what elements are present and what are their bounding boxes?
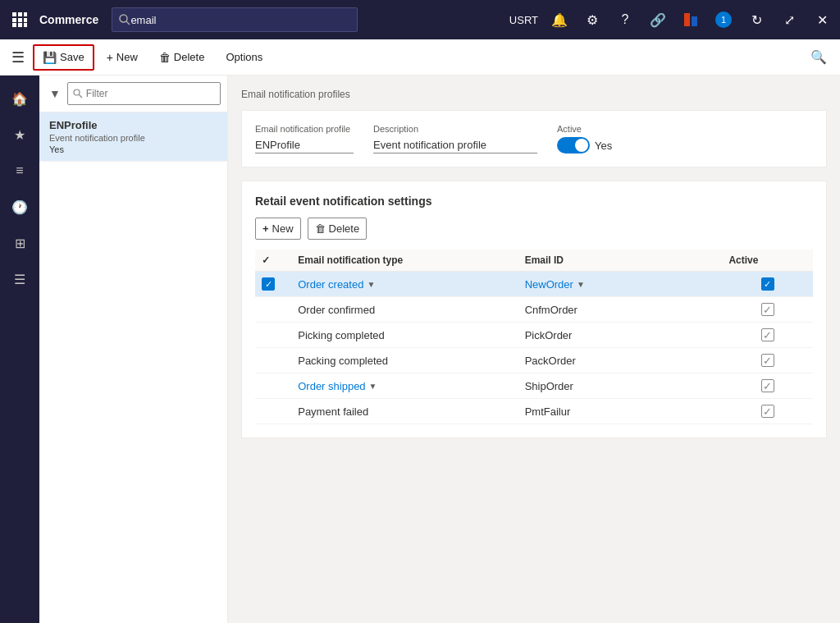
save-button[interactable]: 💾 Save — [33, 44, 94, 71]
apps-badge-icon[interactable]: 1 — [712, 8, 735, 31]
top-navigation: Commerce USRT 🔔 ⚙ ? 🔗 1 ↻ ⤢ ✕ — [0, 0, 840, 39]
settings-new-plus-icon: + — [262, 222, 269, 235]
svg-line-10 — [126, 21, 130, 25]
row-type-cell[interactable]: Order created ▼ — [291, 272, 518, 297]
active-label: Active — [557, 124, 612, 134]
description-field: Description Event notification profile — [373, 124, 537, 153]
row-check-cell[interactable] — [255, 373, 291, 399]
checkbox-checked: ✓ — [262, 277, 275, 291]
options-button[interactable]: Options — [217, 45, 272, 69]
svg-rect-2 — [24, 12, 27, 16]
type-text: Order shipped — [298, 380, 365, 392]
app-name: Commerce — [39, 13, 98, 26]
row-active-cell[interactable]: ✓ — [722, 297, 813, 323]
active-checkbox-unchecked: ✓ — [761, 354, 774, 367]
command-search-icon[interactable]: 🔍 — [804, 46, 833, 68]
sidebar-clock-icon[interactable]: 🕐 — [3, 190, 36, 223]
sidebar-star-icon[interactable]: ★ — [3, 118, 36, 151]
office-icon[interactable] — [679, 8, 702, 31]
hamburger-menu-icon[interactable]: ☰ — [7, 46, 30, 69]
row-email-cell: PackOrder — [518, 348, 723, 373]
grid-menu-icon[interactable] — [7, 7, 33, 33]
filter-icon[interactable]: ▼ — [46, 84, 64, 103]
row-email-cell: CnfmOrder — [518, 297, 723, 323]
sidebar-grid-icon[interactable]: ⊞ — [3, 227, 36, 259]
row-active-cell[interactable]: ✓ — [722, 272, 813, 297]
settings-section: Retail event notification settings + New… — [241, 181, 827, 438]
settings-new-button[interactable]: + New — [255, 218, 301, 240]
user-label: USRT — [509, 14, 538, 26]
list-item[interactable]: ENProfile Event notification profile Yes — [39, 112, 227, 162]
settings-delete-icon: 🗑 — [315, 222, 326, 235]
row-active-cell[interactable]: ✓ — [722, 323, 813, 348]
active-field: Active Yes — [557, 124, 612, 153]
type-link[interactable]: Order created ▼ — [298, 278, 511, 291]
row-email-cell[interactable]: NewOrder ▼ — [518, 272, 723, 297]
description-value[interactable]: Event notification profile — [373, 137, 537, 153]
main-layout: 🏠 ★ ≡ 🕐 ⊞ ☰ ▼ ENProfile Event notificati… — [0, 76, 840, 623]
delete-button[interactable]: 🗑 Delete — [150, 45, 214, 70]
close-icon[interactable]: ✕ — [810, 8, 833, 31]
type-text: Order created — [298, 278, 363, 291]
delete-icon: 🗑 — [159, 51, 171, 64]
row-check-cell[interactable]: ✓ — [255, 272, 291, 297]
row-check-cell[interactable] — [255, 399, 291, 424]
svg-rect-0 — [12, 12, 16, 16]
nav-right-controls: USRT 🔔 ⚙ ? 🔗 1 ↻ ⤢ ✕ — [509, 8, 833, 31]
search-input[interactable] — [130, 14, 350, 26]
profile-value[interactable]: ENProfile — [255, 137, 354, 153]
settings-delete-button[interactable]: 🗑 Delete — [308, 218, 368, 240]
row-check-cell[interactable] — [255, 323, 291, 348]
description-label: Description — [373, 124, 537, 134]
table-row[interactable]: Order shipped ▼ShipOrder✓ — [255, 373, 813, 399]
refresh-icon[interactable]: ↻ — [745, 8, 768, 31]
global-search[interactable] — [112, 7, 358, 32]
list-item-status: Yes — [49, 144, 217, 154]
link-icon[interactable]: 🔗 — [646, 8, 669, 31]
row-active-cell[interactable]: ✓ — [722, 399, 813, 424]
list-panel: ▼ ENProfile Event notification profile Y… — [39, 76, 228, 623]
svg-rect-4 — [18, 18, 22, 22]
table-row[interactable]: Order confirmedCnfmOrder✓ — [255, 297, 813, 323]
svg-point-13 — [74, 89, 80, 95]
row-type-cell[interactable]: Order shipped ▼ — [291, 373, 518, 399]
expand-icon[interactable]: ⤢ — [778, 8, 801, 31]
active-value-label: Yes — [595, 140, 612, 152]
new-button[interactable]: + New — [98, 45, 147, 70]
table-row[interactable]: Payment failedPmtFailur✓ — [255, 399, 813, 424]
col-header-active: Active — [722, 250, 813, 272]
svg-rect-7 — [18, 23, 22, 27]
active-toggle[interactable] — [557, 137, 590, 153]
settings-gear-icon[interactable]: ⚙ — [581, 8, 604, 31]
email-dropdown-arrow-icon: ▼ — [577, 280, 585, 289]
profile-field: Email notification profile ENProfile — [255, 124, 354, 153]
active-checkbox-unchecked: ✓ — [761, 379, 774, 392]
settings-delete-label: Delete — [329, 222, 360, 235]
list-toolbar: ▼ — [39, 76, 227, 112]
notification-table: ✓ Email notification type Email ID Activ… — [255, 250, 813, 424]
row-active-cell[interactable]: ✓ — [722, 348, 813, 373]
profile-label: Email notification profile — [255, 124, 354, 134]
list-search-box[interactable] — [67, 82, 221, 105]
active-checkbox-unchecked: ✓ — [761, 303, 774, 316]
filter-input[interactable] — [86, 88, 215, 99]
table-row[interactable]: Packing completedPackOrder✓ — [255, 348, 813, 373]
toggle-container: Yes — [557, 137, 612, 153]
svg-rect-8 — [24, 23, 27, 27]
save-icon: 💾 — [43, 51, 57, 64]
email-link[interactable]: NewOrder — [525, 278, 573, 291]
row-active-cell[interactable]: ✓ — [722, 373, 813, 399]
row-check-cell[interactable] — [255, 297, 291, 323]
svg-rect-12 — [692, 16, 697, 26]
row-type-cell: Picking completed — [291, 323, 518, 348]
help-question-icon[interactable]: ? — [614, 8, 637, 31]
row-check-cell[interactable] — [255, 348, 291, 373]
content-area: Email notification profiles Email notifi… — [228, 76, 840, 623]
sidebar-list-icon[interactable]: ≡ — [3, 154, 36, 187]
sidebar-home-icon[interactable]: 🏠 — [3, 82, 36, 115]
notification-bell-icon[interactable]: 🔔 — [548, 8, 571, 31]
table-row[interactable]: Picking completedPickOrder✓ — [255, 323, 813, 348]
type-link[interactable]: Order shipped ▼ — [298, 380, 511, 392]
table-row[interactable]: ✓Order created ▼NewOrder ▼✓ — [255, 272, 813, 297]
sidebar-menu-icon[interactable]: ☰ — [3, 263, 36, 295]
